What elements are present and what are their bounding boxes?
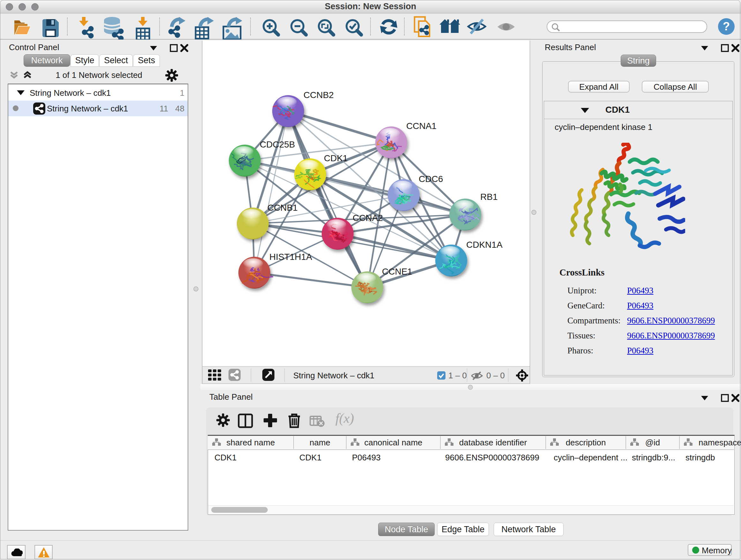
svg-text:CDK1: CDK1 [324, 153, 348, 163]
svg-text:RB1: RB1 [480, 192, 497, 202]
svg-text:HIST1H1A: HIST1H1A [269, 252, 312, 262]
svg-text:CDKN1A: CDKN1A [466, 240, 502, 250]
svg-text:CCNB2: CCNB2 [304, 90, 334, 100]
svg-text:?: ? [723, 20, 730, 33]
svg-text:CDC6: CDC6 [419, 174, 443, 184]
svg-text:CCNA1: CCNA1 [406, 121, 436, 131]
svg-text:CCNA2: CCNA2 [353, 213, 383, 223]
svg-text:CCNB1: CCNB1 [267, 203, 298, 212]
svg-text:CDC25B: CDC25B [260, 139, 295, 149]
svg-text:CCNE1: CCNE1 [382, 266, 412, 276]
